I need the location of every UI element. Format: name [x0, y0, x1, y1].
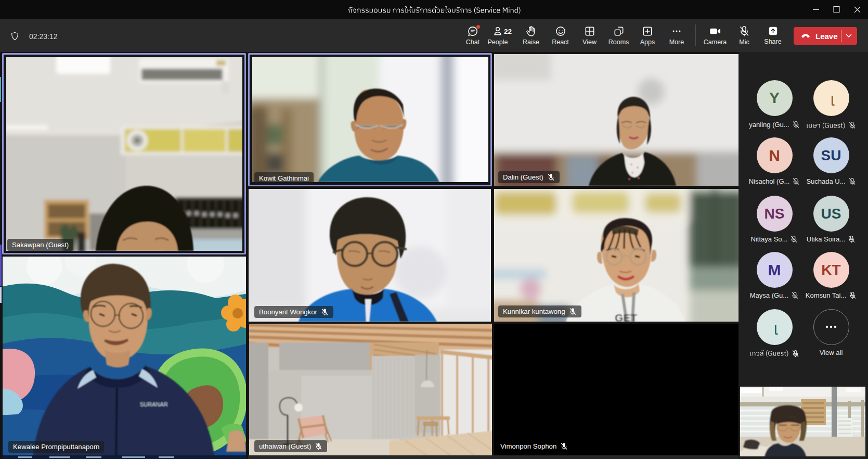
svg-text:SURANAR: SURANAR	[140, 401, 168, 407]
svg-text:GET: GET	[615, 312, 637, 322]
